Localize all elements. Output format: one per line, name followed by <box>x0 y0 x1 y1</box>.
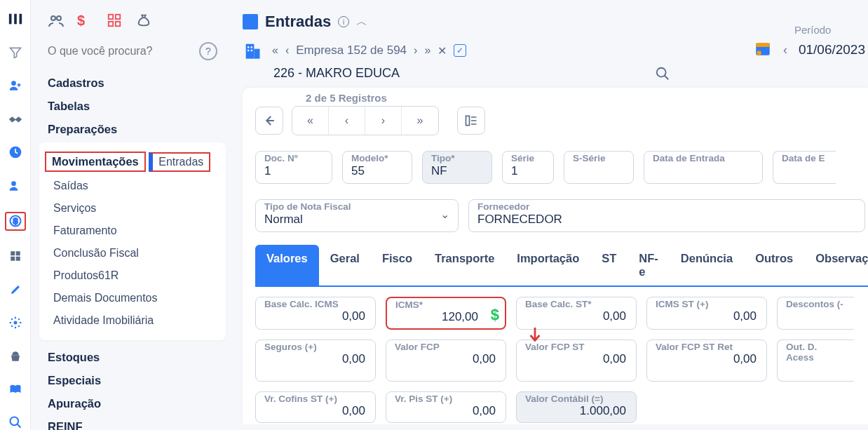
field-sserie[interactable]: S-Série <box>564 151 634 184</box>
tab-valores[interactable]: Valores <box>255 245 319 285</box>
grid-icon[interactable] <box>107 13 123 29</box>
funnel-icon[interactable] <box>7 45 24 60</box>
nav-especiais[interactable]: Especiais <box>39 369 226 392</box>
company-prev-icon[interactable]: ‹ <box>285 44 289 57</box>
calculator-icon[interactable] <box>7 249 24 264</box>
tab-st[interactable]: ST <box>590 245 628 285</box>
tab-obs[interactable]: Observaç <box>804 245 868 285</box>
search-input[interactable] <box>48 45 192 58</box>
label-fornecedor: Fornecedor <box>477 201 856 212</box>
field-icms[interactable]: ICMS* 120,00 $ <box>386 297 506 330</box>
book-icon[interactable] <box>7 382 24 396</box>
pen-icon[interactable] <box>7 282 24 297</box>
sub-servicos[interactable]: Serviços <box>48 197 217 220</box>
dollar-icon[interactable]: $ <box>77 13 94 29</box>
field-descontos[interactable]: Descontos (- <box>777 297 854 330</box>
field-datae[interactable]: Data de E <box>773 151 836 184</box>
sub-entradas[interactable]: Entradas <box>149 152 210 172</box>
svg-text:$: $ <box>13 216 18 225</box>
svg-rect-18 <box>109 22 113 26</box>
company-close-icon[interactable]: ✕ <box>438 44 447 58</box>
company-check-icon[interactable]: ✓ <box>454 44 466 57</box>
field-modelo[interactable]: Modelo* 55 <box>342 151 412 184</box>
person-plus-icon[interactable] <box>7 78 24 93</box>
svg-rect-0 <box>8 14 11 25</box>
tab-denuncia[interactable]: Denúncia <box>670 245 744 285</box>
field-pisst[interactable]: Vr. Pis ST (+) 0,00 <box>386 391 506 423</box>
field-fcp[interactable]: Valor FCP 0,00 <box>386 340 506 382</box>
svg-rect-10 <box>11 257 15 261</box>
magnify-icon[interactable] <box>7 415 24 430</box>
sub-saidas[interactable]: Saídas <box>48 175 217 197</box>
logo-icon[interactable] <box>7 11 24 27</box>
detail-view-button[interactable] <box>457 107 485 135</box>
svg-point-29 <box>757 51 761 55</box>
sub-demais[interactable]: Demais Documentos <box>48 287 217 309</box>
back-button[interactable] <box>255 107 283 135</box>
field-bcst[interactable]: Base Calc. ST* 0,00 <box>516 297 637 330</box>
label-icms: ICMS* <box>395 300 496 310</box>
tab-importacao[interactable]: Importação <box>506 245 590 285</box>
field-fcpstret[interactable]: Valor FCP ST Ret 0,00 <box>646 340 767 382</box>
field-tiponf[interactable]: Tipo de Nota Fiscal Normal ⌄ <box>255 199 459 232</box>
money-icon[interactable]: $ <box>5 212 26 231</box>
field-cofst[interactable]: Vr. Cofins ST (+) 0,00 <box>255 391 376 423</box>
field-icmsst[interactable]: ICMS ST (+) 0,00 <box>646 297 767 330</box>
sub-produtos61r[interactable]: Produtos61R <box>48 264 217 287</box>
nav-apuracao[interactable]: Apuração <box>39 392 226 415</box>
company-next-icon[interactable]: › <box>414 44 417 57</box>
doc-row-1: Doc. Nº 1 Modelo* 55 Tipo* NF Série 1 S-… <box>255 151 868 184</box>
field-serie[interactable]: Série 1 <box>502 151 554 184</box>
tab-transporte[interactable]: Transporte <box>423 245 506 285</box>
handshake-icon[interactable] <box>7 112 24 127</box>
field-seguros[interactable]: Seguros (+) 0,00 <box>255 340 376 382</box>
field-dataent[interactable]: Data de Entrada <box>644 151 763 184</box>
people-icon[interactable] <box>48 13 65 29</box>
svg-point-14 <box>51 16 55 20</box>
field-outacess[interactable]: Out. D. Acess <box>777 340 854 382</box>
tab-fisco[interactable]: Fisco <box>371 245 423 285</box>
nav-estoques[interactable]: Estoques <box>39 346 226 369</box>
moneybag-icon[interactable] <box>136 13 153 29</box>
cog-icon[interactable] <box>7 316 24 330</box>
pager-next-icon[interactable]: › <box>365 107 402 135</box>
pager-prev-icon[interactable]: ‹ <box>329 107 365 135</box>
bag-icon[interactable] <box>7 349 24 363</box>
nav-reinf[interactable]: REINF <box>39 415 226 430</box>
field-docn[interactable]: Doc. Nº 1 <box>255 151 332 184</box>
field-bcicms[interactable]: Base Cálc. ICMS 0,00 <box>255 297 376 330</box>
sub-conclusao[interactable]: Conclusão Fiscal <box>48 242 217 264</box>
company-first-icon[interactable]: « <box>272 44 278 57</box>
period-label: Período <box>794 24 832 36</box>
nav-cadastros[interactable]: Cadastros <box>39 72 226 95</box>
pager-last-icon[interactable]: » <box>402 107 438 135</box>
field-fornecedor[interactable]: Fornecedor FORNECEDOR <box>468 199 865 232</box>
red-arrow-icon <box>527 326 543 344</box>
value-bcst: 0,00 <box>525 309 628 323</box>
search-row: ? <box>38 39 227 72</box>
value-fcpstret: 0,00 <box>656 352 758 366</box>
period-prev-icon[interactable]: ‹ <box>783 43 787 58</box>
company-last-icon[interactable]: » <box>424 44 430 57</box>
nav-movimentacoes[interactable]: Movimentações <box>45 152 146 172</box>
pager-first-icon[interactable]: « <box>292 107 329 135</box>
nav-preparacoes[interactable]: Preparações <box>39 118 226 141</box>
help-icon[interactable]: ? <box>199 42 217 60</box>
users-icon[interactable] <box>7 178 24 193</box>
tab-nfe[interactable]: NF-e <box>628 245 670 285</box>
tab-outros[interactable]: Outros <box>744 245 804 285</box>
info-icon[interactable]: i <box>338 16 349 27</box>
sub-atividade[interactable]: Atividade Imobiliária <box>48 309 217 332</box>
calendar-icon[interactable] <box>754 39 772 58</box>
field-fcpst[interactable]: Valor FCP ST 0,00 <box>516 340 637 382</box>
label-seguros: Seguros (+) <box>264 342 367 352</box>
monitor-icon <box>243 14 258 29</box>
nav-tabelas[interactable]: Tabelas <box>39 95 226 118</box>
tab-geral[interactable]: Geral <box>319 245 371 285</box>
value-fcp: 0,00 <box>395 352 497 366</box>
sub-faturamento[interactable]: Faturamento <box>48 220 217 242</box>
company-search-icon[interactable] <box>655 66 670 81</box>
subnav-movimentacoes: Movimentações Entradas Saídas Serviços F… <box>39 142 226 340</box>
collapse-caret-icon[interactable]: ︿ <box>356 15 367 29</box>
clock-icon[interactable] <box>7 145 24 160</box>
